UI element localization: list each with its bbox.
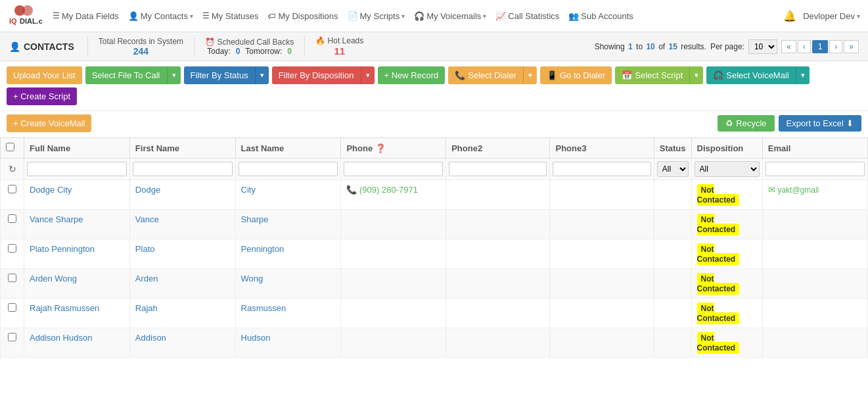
- first-name-link[interactable]: Vance: [135, 214, 159, 224]
- recycle-icon: ♻: [725, 118, 733, 128]
- full-name-link[interactable]: Rajah Rasmussen: [30, 303, 99, 313]
- nav-item-voicemails[interactable]: 🎧 My Voicemails ▾: [414, 11, 486, 21]
- new-record-button[interactable]: + New Record: [378, 66, 445, 84]
- nav-item-dispositions[interactable]: 🏷 My Dispositions: [267, 11, 338, 21]
- create-voicemail-button[interactable]: + Create VoiceMail: [7, 114, 91, 132]
- page-to: 10: [646, 42, 654, 51]
- export-excel-button[interactable]: Export to Excel ⬇: [779, 115, 861, 132]
- nav-item-sub-accounts[interactable]: 👥 Sub Accounts: [568, 11, 633, 21]
- hot-leads-label: 🔥 Hot Leads: [315, 36, 363, 45]
- page-1-btn[interactable]: 1: [812, 40, 829, 53]
- first-name-link[interactable]: Rajah: [135, 303, 158, 313]
- row-status: [654, 299, 691, 328]
- filter-status-main-button[interactable]: Filter By Status: [184, 66, 255, 84]
- row-checkbox[interactable]: [8, 333, 16, 341]
- recycle-button[interactable]: ♻ Recycle: [718, 115, 774, 132]
- per-page-label: Per page:: [710, 42, 744, 51]
- tomorrow-label: Tomorrow:: [245, 47, 282, 56]
- filter-disposition-main-button[interactable]: Filter By Disposition: [272, 66, 361, 84]
- full-name-link[interactable]: Vance Sharpe: [30, 214, 83, 224]
- filter-full-name-input[interactable]: [27, 162, 127, 176]
- nav-label-voicemails: My Voicemails: [426, 11, 481, 21]
- last-name-link[interactable]: Wong: [241, 274, 263, 283]
- row-checkbox-cell: [1, 239, 24, 269]
- full-name-link[interactable]: Dodge City: [30, 185, 72, 195]
- first-name-link[interactable]: Addison: [135, 333, 166, 343]
- row-checkbox[interactable]: [8, 185, 16, 193]
- row-phone3: [550, 210, 654, 239]
- page-next-btn[interactable]: ›: [829, 40, 842, 53]
- filter-phone3-cell: [550, 159, 654, 180]
- refresh-icon[interactable]: ↻: [9, 164, 16, 174]
- row-checkbox[interactable]: [8, 303, 16, 312]
- nav-item-data-fields[interactable]: ☰ My Data Fields: [53, 11, 119, 21]
- last-name-link[interactable]: Hudson: [241, 333, 271, 343]
- phone-help-icon[interactable]: ❓: [375, 143, 386, 153]
- last-name-link[interactable]: City: [241, 185, 256, 195]
- row-checkbox[interactable]: [8, 274, 16, 282]
- filter-last-name-input[interactable]: [239, 162, 338, 176]
- page-prev-btn[interactable]: ‹: [798, 40, 811, 53]
- scheduled-label: ⏰ Scheduled Call Backs: [205, 37, 294, 47]
- filter-disposition-dropdown-button[interactable]: ▾: [361, 66, 375, 84]
- select-script-dropdown-button[interactable]: ▾: [689, 66, 703, 84]
- create-script-button[interactable]: + Create Script: [7, 87, 77, 105]
- table-row: Arden Wong Arden Wong Not Contacted: [1, 269, 868, 299]
- select-voicemail-dropdown-button[interactable]: ▾: [796, 66, 810, 84]
- filter-phone2-input[interactable]: [449, 162, 547, 176]
- brand-logo[interactable]: IQ DIAL.com: [8, 4, 42, 28]
- nav-item-statuses[interactable]: ☰ My Statuses: [202, 11, 259, 21]
- nav-label-call-statistics: Call Statistics: [508, 11, 559, 21]
- nav-label-dispositions: My Dispositions: [278, 11, 338, 21]
- select-script-split: 📅Select Script ▾: [615, 66, 703, 84]
- filter-email-input[interactable]: [765, 162, 865, 176]
- nav-item-contacts[interactable]: 👤 My Contacts ▾: [128, 11, 193, 21]
- first-name-link[interactable]: Arden: [135, 274, 158, 283]
- select-all-checkbox[interactable]: [6, 143, 14, 151]
- nav-label-data-fields: My Data Fields: [62, 11, 119, 21]
- row-last-name: Pennington: [235, 239, 341, 269]
- last-name-link[interactable]: Sharpe: [241, 214, 269, 224]
- nav-item-call-statistics[interactable]: 📈 Call Statistics: [495, 11, 559, 21]
- select-file-main-button[interactable]: Select File To Call: [85, 66, 167, 84]
- upload-list-button[interactable]: Upload Your List: [7, 66, 82, 84]
- row-last-name: Hudson: [235, 328, 341, 358]
- select-dialer-main-button[interactable]: 📞Select Dialer: [448, 66, 523, 84]
- filter-disposition-select[interactable]: All: [695, 161, 760, 177]
- row-email: [762, 239, 867, 269]
- page-last-btn[interactable]: »: [844, 40, 859, 53]
- col-first-name: First Name: [129, 138, 235, 159]
- filter-disposition-split: Filter By Disposition ▾: [272, 66, 375, 84]
- user-menu[interactable]: Devloper Dev ▾: [803, 11, 860, 21]
- col-disposition: Disposition: [691, 138, 762, 159]
- filter-status-select[interactable]: All: [657, 161, 689, 177]
- filter-row: ↻ All All: [1, 159, 868, 180]
- full-name-link[interactable]: Addison Hudson: [30, 333, 92, 343]
- bell-icon[interactable]: 🔔: [783, 10, 796, 22]
- page-first-btn[interactable]: «: [781, 40, 796, 53]
- filter-first-name-input[interactable]: [133, 162, 233, 176]
- row-checkbox-cell: [1, 299, 24, 328]
- select-file-dropdown-button[interactable]: ▾: [167, 66, 181, 84]
- filter-phone-input[interactable]: [344, 162, 443, 176]
- row-checkbox[interactable]: [8, 214, 16, 223]
- first-name-link[interactable]: Plato: [135, 244, 155, 254]
- first-name-link[interactable]: Dodge: [135, 185, 160, 195]
- per-page-select[interactable]: 10 25 50: [748, 39, 777, 54]
- filter-status-split: Filter By Status ▾: [184, 66, 269, 84]
- filter-phone3-input[interactable]: [553, 162, 651, 176]
- full-name-link[interactable]: Arden Wong: [30, 274, 77, 283]
- row-disposition: Not Contacted: [691, 328, 762, 358]
- select-dialer-dropdown-button[interactable]: ▾: [523, 66, 537, 84]
- nav-item-scripts[interactable]: 📄 My Scripts ▾: [348, 11, 405, 21]
- last-name-link[interactable]: Rasmussen: [241, 303, 286, 313]
- row-checkbox[interactable]: [8, 244, 16, 253]
- full-name-link[interactable]: Plato Pennington: [30, 244, 95, 254]
- select-script-main-button[interactable]: 📅Select Script: [615, 66, 689, 84]
- select-voicemail-main-button[interactable]: 🎧Select VoiceMail: [706, 66, 795, 84]
- go-to-dialer-button[interactable]: 📱 Go to Dialer: [540, 66, 612, 84]
- filter-status-dropdown-button[interactable]: ▾: [255, 66, 269, 84]
- showing-text: Showing 1 to 10 of 15 results.: [595, 42, 706, 51]
- phone-icon: 📱: [547, 70, 557, 80]
- last-name-link[interactable]: Pennington: [241, 244, 285, 254]
